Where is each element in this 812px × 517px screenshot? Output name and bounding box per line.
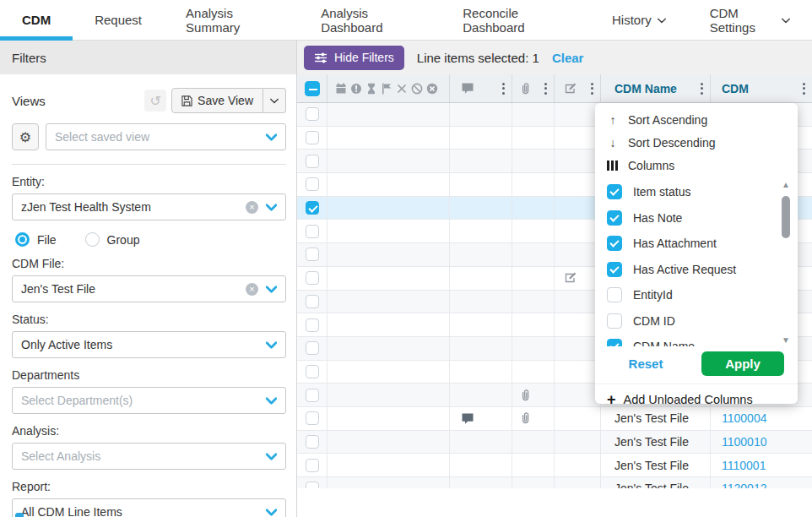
row-checkbox[interactable] bbox=[306, 389, 319, 402]
has-note-cell bbox=[450, 220, 512, 242]
column-option[interactable]: Has Active Request bbox=[595, 257, 798, 283]
kebab-menu-icon[interactable] bbox=[701, 83, 703, 95]
tab-cdm[interactable]: CDM bbox=[0, 0, 73, 40]
row-checkbox[interactable] bbox=[306, 107, 319, 121]
add-unloaded-columns-button[interactable]: + Add Unloaded Columns bbox=[595, 384, 798, 406]
columns-item[interactable]: Columns bbox=[595, 154, 798, 177]
chevron-down-icon bbox=[266, 397, 277, 405]
row-checkbox[interactable] bbox=[306, 225, 319, 238]
row-checkbox[interactable] bbox=[306, 271, 319, 285]
scroll-thumb[interactable] bbox=[782, 196, 790, 238]
save-view-button[interactable]: Save View bbox=[171, 88, 263, 113]
has-attachment-column-header[interactable] bbox=[512, 74, 555, 102]
row-checkbox[interactable] bbox=[306, 248, 319, 261]
row-checkbox[interactable] bbox=[306, 459, 319, 472]
scroll-up-icon[interactable]: ▲ bbox=[782, 181, 790, 189]
comment-icon bbox=[461, 412, 474, 425]
option-checkbox[interactable] bbox=[607, 313, 622, 329]
gear-icon[interactable]: ⚙ bbox=[12, 123, 39, 150]
cdm-name-cell: Jen's Test File bbox=[601, 477, 711, 488]
cdm-link[interactable]: 1120012 bbox=[722, 482, 766, 488]
kebab-menu-icon[interactable] bbox=[544, 83, 547, 95]
column-option[interactable]: CDM ID bbox=[595, 308, 798, 335]
row-checkbox[interactable] bbox=[306, 411, 319, 425]
item-status-column-header[interactable] bbox=[328, 74, 450, 102]
departments-select[interactable]: Select Department(s) bbox=[12, 387, 286, 414]
option-checkbox[interactable] bbox=[607, 287, 622, 302]
select-all-checkbox[interactable] bbox=[305, 81, 320, 96]
radio-file[interactable]: File bbox=[15, 232, 57, 247]
kebab-menu-icon[interactable] bbox=[591, 83, 593, 95]
chevron-down-icon bbox=[266, 341, 277, 349]
row-checkbox[interactable] bbox=[306, 131, 319, 144]
column-option[interactable]: Item status bbox=[595, 179, 798, 205]
has-attachment-cell bbox=[512, 243, 555, 266]
option-checkbox[interactable] bbox=[607, 210, 622, 226]
tab-analysis-dashboard[interactable]: Analysis Dashboard bbox=[299, 0, 441, 40]
column-option[interactable]: CDM Name bbox=[595, 334, 798, 346]
row-checkbox[interactable] bbox=[306, 318, 319, 332]
option-checkbox[interactable] bbox=[607, 339, 622, 346]
table-row[interactable]: Jen's Test File 1100010 bbox=[297, 431, 812, 454]
column-option[interactable]: Has Note bbox=[595, 205, 798, 231]
entity-select[interactable]: zJen Test Health System × bbox=[12, 193, 286, 220]
row-checkbox[interactable] bbox=[306, 295, 319, 308]
cdm-link[interactable]: 1100004 bbox=[722, 411, 766, 425]
cdm-link[interactable]: 1100010 bbox=[722, 435, 766, 449]
tab-reconcile-dashboard[interactable]: Reconcile Dashboard bbox=[441, 0, 590, 40]
row-checkbox[interactable] bbox=[306, 435, 319, 449]
sort-descending-item[interactable]: ↓ Sort Descending bbox=[595, 131, 798, 154]
option-checkbox[interactable] bbox=[607, 262, 622, 277]
saved-view-select[interactable]: Select saved view bbox=[46, 123, 286, 150]
undo-icon[interactable]: ↺ bbox=[144, 90, 166, 112]
reset-button[interactable]: Reset bbox=[609, 356, 683, 371]
analysis-select[interactable]: Select Analysis bbox=[12, 443, 286, 470]
clear-selection-link[interactable]: Clear bbox=[552, 51, 584, 65]
radio-group[interactable]: Group bbox=[85, 232, 140, 247]
table-row[interactable]: Jen's Test File 1100004 bbox=[297, 407, 812, 431]
column-option[interactable]: EntityId bbox=[595, 282, 798, 308]
report-select[interactable]: All CDM Line Items bbox=[12, 498, 286, 517]
filters-sidebar: Filters Views ↺ Save View bbox=[0, 41, 297, 517]
has-note-column-header[interactable] bbox=[450, 74, 512, 102]
status-select[interactable]: Only Active Items bbox=[12, 331, 286, 358]
scrollbar[interactable]: ▲ ▼ bbox=[781, 181, 791, 345]
tab-analysis-summary[interactable]: Analysis Summary bbox=[164, 0, 299, 40]
scroll-down-icon[interactable]: ▼ bbox=[782, 336, 790, 345]
tab-cdm-settings[interactable]: CDM Settings bbox=[688, 0, 812, 40]
hide-filters-button[interactable]: Hide Filters bbox=[304, 46, 404, 70]
option-checkbox[interactable] bbox=[607, 236, 622, 251]
row-checkbox[interactable] bbox=[306, 365, 319, 378]
clear-icon[interactable]: × bbox=[246, 283, 258, 296]
kebab-menu-icon[interactable] bbox=[803, 83, 805, 95]
row-checkbox[interactable] bbox=[306, 155, 319, 168]
item-status-cell bbox=[328, 173, 450, 196]
cdm-link[interactable]: 1110001 bbox=[722, 459, 766, 472]
has-note-cell bbox=[450, 384, 512, 406]
clear-icon[interactable]: × bbox=[246, 201, 258, 214]
has-attachment-cell bbox=[512, 291, 555, 313]
has-note-cell bbox=[450, 103, 512, 126]
tab-request[interactable]: Request bbox=[73, 0, 164, 40]
row-checkbox[interactable] bbox=[306, 482, 319, 488]
cdm-column-header[interactable]: CDM bbox=[711, 74, 812, 102]
save-view-menu-button[interactable] bbox=[263, 88, 286, 113]
note-edit-icon bbox=[564, 82, 578, 95]
tab-history[interactable]: History bbox=[590, 0, 688, 40]
table-row[interactable]: Jen's Test File 1110001 bbox=[297, 454, 812, 477]
cdm-name-column-header[interactable]: CDM Name bbox=[601, 74, 711, 102]
cdm-file-select[interactable]: Jen's Test File × bbox=[12, 275, 286, 302]
has-active-request-column-header[interactable] bbox=[555, 74, 601, 102]
column-option[interactable]: Has Attachment bbox=[595, 231, 798, 257]
option-checkbox[interactable] bbox=[607, 184, 622, 199]
row-checkbox[interactable] bbox=[306, 201, 319, 215]
row-checkbox[interactable] bbox=[306, 177, 319, 191]
chevron-down-icon bbox=[266, 204, 277, 211]
sort-ascending-item[interactable]: ↑ Sort Ascending bbox=[595, 108, 798, 131]
kebab-menu-icon[interactable] bbox=[502, 83, 505, 95]
has-note-cell bbox=[450, 361, 512, 384]
apply-button[interactable]: Apply bbox=[701, 351, 784, 376]
row-checkbox[interactable] bbox=[306, 341, 319, 355]
item-status-cell bbox=[328, 313, 450, 336]
table-row[interactable]: Jen's Test File 1120012 bbox=[297, 477, 812, 488]
